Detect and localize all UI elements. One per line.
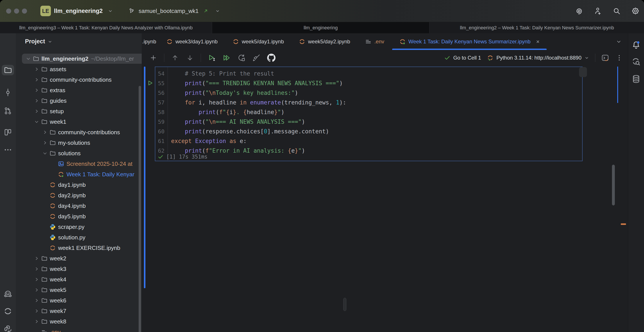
commit-rail-icon[interactable] <box>4 88 12 97</box>
tree-item[interactable]: week1 EXERCISE.ipynb <box>16 243 142 253</box>
tree-item[interactable]: week8 <box>16 316 142 327</box>
tree-item[interactable]: llm_engineering2~/Desktop/llm_er <box>16 53 142 64</box>
tree-item[interactable]: Week 1 Task: Daily Kenyar <box>16 169 142 179</box>
tree-item[interactable]: day1.ipynb <box>16 179 142 190</box>
more-rail-icon[interactable] <box>4 146 12 154</box>
code-line[interactable]: 62 print(f"Error in AI analysis: {e}") <box>155 146 582 156</box>
chevron-right-icon[interactable] <box>34 87 40 93</box>
close-tab-icon[interactable]: × <box>536 38 539 45</box>
tree-item[interactable]: community-contributions <box>16 127 142 138</box>
chevron-right-icon[interactable] <box>34 319 40 325</box>
project-widget[interactable]: LE llm_engineering2 <box>40 0 115 22</box>
code-line[interactable]: 60 print(response.choices[0].message.con… <box>155 127 582 136</box>
code-line[interactable]: 59 print("\n=== AI NEWS ANALYSIS ===") <box>155 117 582 127</box>
tree-item[interactable]: .env <box>16 327 142 332</box>
tree-item[interactable]: week1 <box>16 117 142 127</box>
database-icon[interactable] <box>632 74 641 84</box>
search-icon[interactable] <box>612 6 621 15</box>
clear-outputs-icon[interactable] <box>252 54 260 62</box>
traffic-light-close[interactable] <box>6 8 11 13</box>
chevron-down-icon[interactable] <box>42 150 48 156</box>
tree-item[interactable]: community-contributions <box>16 74 142 85</box>
code-cell[interactable]: 54 # Step 5: Print the result55 print("=… <box>155 67 582 161</box>
output-scrollbar[interactable] <box>612 165 615 205</box>
restart-kernel-icon[interactable] <box>237 54 246 62</box>
tree-item[interactable]: solutions <box>16 148 142 159</box>
code-line[interactable]: 57 for i, headline in enumerate(trending… <box>155 98 582 107</box>
tree-item[interactable]: extras <box>16 85 142 96</box>
goto-cell-button[interactable]: Go to Cell 1 <box>444 54 481 61</box>
pull-request-rail-icon[interactable] <box>4 106 12 115</box>
project-panel-header[interactable]: Project <box>25 38 53 45</box>
tree-item[interactable]: week3 <box>16 264 142 274</box>
tree-item[interactable]: Screenshot 2025-10-24 at <box>16 159 142 169</box>
tree-item[interactable]: week7 <box>16 306 142 316</box>
window-tab[interactable]: llm_engineering3 – Week 1 Task: Kenyan D… <box>0 22 212 33</box>
code-line[interactable]: 55 print("=== TRENDING KENYAN NEWS ANALY… <box>155 78 582 88</box>
chevron-right-icon[interactable] <box>34 98 40 104</box>
ai-assistant-icon[interactable] <box>574 6 584 15</box>
settings-gear-icon[interactable] <box>631 6 640 15</box>
traffic-light-minimize[interactable] <box>14 8 19 13</box>
editor-tab[interactable]: week5/day1.ipynb <box>225 33 291 50</box>
kernel-selector[interactable]: Python 3.11.14: http://localhost:8890 <box>487 54 590 61</box>
chevron-down-icon[interactable] <box>34 119 40 125</box>
tree-item[interactable]: day5.ipynb <box>16 211 142 222</box>
tree-item[interactable]: day2.ipynb <box>16 190 142 201</box>
notifications-bell-icon[interactable] <box>632 40 641 50</box>
tab-overflow-chevron-icon[interactable] <box>616 33 622 50</box>
add-cell-icon[interactable] <box>149 54 158 62</box>
project-folder-rail-icon[interactable] <box>4 66 12 74</box>
structure-rail-icon[interactable] <box>4 128 12 137</box>
add-user-icon[interactable] <box>593 6 602 15</box>
python-gray-rail-icon[interactable] <box>3 325 12 332</box>
run-line-icon[interactable] <box>148 80 153 86</box>
chevron-right-icon[interactable] <box>34 108 40 114</box>
chevron-right-icon[interactable] <box>42 140 48 146</box>
code-line[interactable]: 61except Exception as e: <box>155 136 582 146</box>
tree-item[interactable]: day4.ipynb <box>16 201 142 211</box>
tree-item[interactable]: setup <box>16 106 142 117</box>
code-line[interactable]: 56 print("\nToday's key headlines:") <box>155 88 582 98</box>
tree-item[interactable]: week4 <box>16 274 142 285</box>
chevron-right-icon[interactable] <box>34 297 40 304</box>
hugging-face-rail-icon[interactable] <box>3 290 12 299</box>
editor-tab[interactable]: .ipynb <box>142 33 159 50</box>
window-tab[interactable]: llm_engineering <box>212 22 430 33</box>
tree-item[interactable]: assets <box>16 64 142 74</box>
chevron-down-icon[interactable] <box>25 56 31 62</box>
editor-tab[interactable]: Week 1 Task: Daily Kenyan News Summarize… <box>392 33 547 50</box>
run-cell-icon[interactable] <box>208 54 216 62</box>
traffic-light-zoom[interactable] <box>22 8 27 13</box>
move-cell-down-icon[interactable] <box>186 54 194 62</box>
tree-item[interactable]: week6 <box>16 295 142 306</box>
tree-item[interactable]: my-solutions <box>16 138 142 148</box>
code-line[interactable]: 54 # Step 5: Print the result <box>155 69 582 78</box>
chevron-right-icon[interactable] <box>34 77 40 83</box>
more-options-icon[interactable] <box>615 54 624 62</box>
editor-tab[interactable]: week3/day1.ipynb <box>159 33 225 50</box>
jupyter-console-icon[interactable] <box>601 54 609 62</box>
tree-item[interactable]: week5 <box>16 285 142 295</box>
tree-item[interactable]: scraper.py <box>16 222 142 232</box>
chevron-right-icon[interactable] <box>42 129 48 135</box>
tree-item[interactable]: solution.py <box>16 232 142 243</box>
github-icon[interactable] <box>267 54 276 62</box>
branch-widget[interactable]: samuel_bootcamp_wk1 <box>127 0 222 22</box>
chevron-right-icon[interactable] <box>34 287 40 293</box>
inspections-widget[interactable] <box>579 67 587 77</box>
run-all-cells-icon[interactable] <box>222 54 231 62</box>
jupyter-gray-rail-icon[interactable] <box>3 307 12 316</box>
window-tab[interactable]: llm_engineering2 – Week 1 Task: Daily Ke… <box>430 22 644 33</box>
chevron-right-icon[interactable] <box>34 66 40 72</box>
tree-item[interactable]: week2 <box>16 253 142 264</box>
editor-tab[interactable]: week5/day2.ipynb <box>291 33 358 50</box>
code-line[interactable]: 58 print(f"{i}. {headline}") <box>155 107 582 117</box>
tree-item[interactable]: guides <box>16 96 142 106</box>
chevron-right-icon[interactable] <box>34 266 40 272</box>
chevron-right-icon[interactable] <box>34 276 40 283</box>
move-cell-up-icon[interactable] <box>171 54 179 62</box>
chevron-right-icon[interactable] <box>34 308 40 314</box>
editor-tab[interactable]: .env <box>358 33 392 50</box>
jupyter-variables-icon[interactable] <box>632 57 641 66</box>
